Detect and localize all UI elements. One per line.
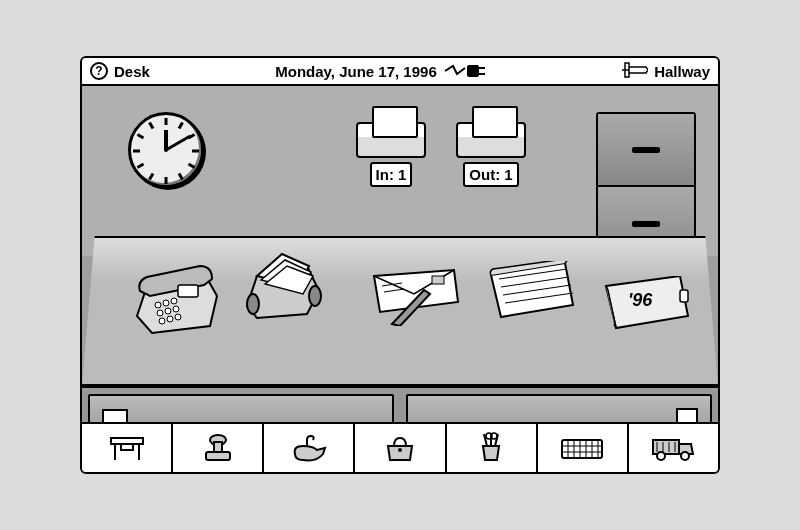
keyboard-icon [558,432,606,464]
calculator-mini-icon [676,408,698,422]
handbag-icon [380,432,420,464]
outbox-slot-icon [456,122,526,158]
planner-book[interactable]: '96 [602,276,692,331]
tool-keyboard[interactable] [538,424,629,472]
app-window: ? Desk Monday, June 17, 1996 Hallway [80,56,720,474]
desk-drawer-right[interactable] [406,394,712,422]
tool-lamp[interactable] [264,424,355,472]
outbox[interactable]: Out: 1 [452,122,530,187]
tool-bag[interactable] [355,424,446,472]
genie-lamp-icon [289,432,329,464]
tool-truck[interactable] [629,424,718,472]
desk-front [82,386,718,422]
help-icon[interactable]: ? [90,62,108,80]
svg-rect-29 [206,452,230,460]
svg-point-7 [157,310,163,316]
svg-rect-22 [680,290,688,302]
svg-point-47 [681,452,689,460]
rolodex[interactable] [237,246,327,326]
tool-stamp[interactable] [173,424,264,472]
cabinet-drawer-top[interactable] [598,114,694,187]
svg-point-9 [173,306,179,312]
location-label: Desk [114,63,150,80]
outbox-label: Out: 1 [463,162,518,187]
svg-point-13 [247,294,259,314]
pencil-cup-icon [471,432,511,464]
svg-point-8 [165,308,171,314]
truck-icon [649,432,697,464]
svg-point-6 [171,298,177,304]
desk-drawer-left[interactable] [88,394,394,422]
svg-point-30 [398,448,402,452]
desk-scene: In: 1 Out: 1 [82,86,718,422]
date-label: Monday, June 17, 1996 [275,63,436,80]
stamp-icon [198,432,238,464]
svg-point-5 [163,300,169,306]
inbox-label: In: 1 [370,162,413,187]
notepad[interactable] [487,261,577,321]
battery-plug-icon [443,62,487,80]
svg-rect-26 [121,444,133,450]
svg-point-10 [159,318,165,324]
titlebar: ? Desk Monday, June 17, 1996 Hallway [82,58,718,86]
inbox-slot-icon [356,122,426,158]
clock-minute-hand [165,135,191,152]
telephone[interactable] [132,261,222,341]
letter-with-pen[interactable] [362,266,462,326]
planner-year-label: '96 [628,290,652,311]
svg-point-14 [309,286,321,306]
svg-point-11 [167,316,173,322]
svg-rect-0 [467,65,479,77]
nav-hallway-label[interactable]: Hallway [654,63,710,80]
inbox[interactable]: In: 1 [352,122,430,187]
svg-rect-15 [432,276,444,284]
desk-icon [107,432,147,464]
tool-desk[interactable] [82,424,173,472]
envelope-mini-icon [102,409,128,422]
toolbar [82,422,718,472]
svg-point-12 [175,314,181,320]
svg-point-46 [657,452,665,460]
pointing-hand-icon[interactable] [622,61,648,82]
tool-supplies[interactable] [447,424,538,472]
svg-rect-28 [214,442,222,452]
wall-clock[interactable] [128,112,204,188]
svg-point-4 [155,302,161,308]
svg-rect-3 [178,285,198,297]
